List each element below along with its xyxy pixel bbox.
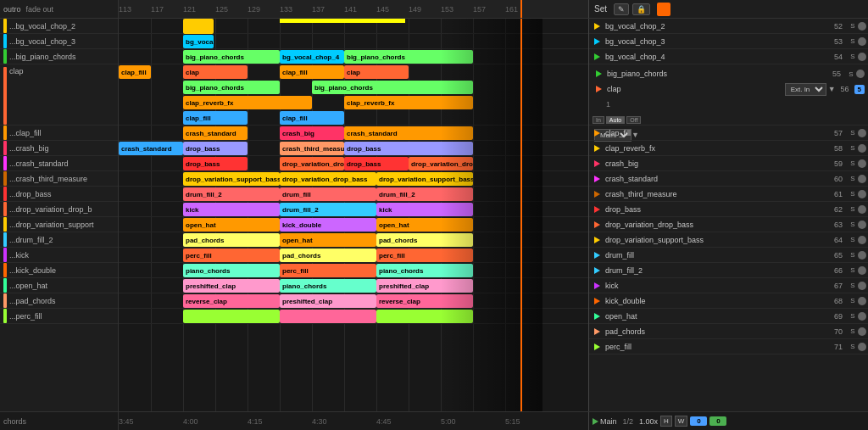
clip-drop-variation-row7-2[interactable]: drop_variation_drop_bass [409, 157, 473, 170]
play-btn-71[interactable] [591, 341, 603, 353]
in-btn[interactable]: In [593, 116, 604, 124]
timeline-area[interactable]: bg_vocal_chop_3 big_piano_chords bg_voca… [119, 19, 588, 411]
clip-big-piano-right[interactable]: big_piano_chords [312, 81, 473, 94]
play-btn-70[interactable] [591, 326, 603, 338]
play-btn-57[interactable] [591, 127, 603, 139]
clip-drop-support-row8-2[interactable]: drop_variation_support_bass [376, 172, 473, 186]
clip-drop-bass-row7-2[interactable]: drop_bass [344, 157, 409, 170]
clip-clap-fill-left[interactable]: clap_fill [119, 65, 151, 79]
clip-preshifted-clap-row16[interactable]: preshifted_clap [280, 294, 376, 308]
session-s-55[interactable]: S [846, 70, 856, 78]
lock-button[interactable]: 🔒 [632, 3, 650, 15]
clip-drop-variation-row7[interactable]: drop_variation_drop_bass [280, 157, 344, 170]
clip-pad-chords-row12[interactable]: pad_chords [183, 233, 280, 247]
clip-clap-reverb-right[interactable]: clap_reverb_fx [344, 96, 473, 109]
clip-open-hat-row12[interactable]: open_hat [280, 233, 376, 247]
clip-perc-row17-2[interactable] [376, 310, 473, 323]
clip-piano-chords-row14[interactable]: piano_chords [183, 264, 280, 277]
play-btn-54[interactable] [591, 51, 603, 63]
session-s-52[interactable]: S [848, 22, 858, 30]
clip-perc-fill-row14[interactable]: perc_fill [280, 264, 376, 277]
play-btn-58[interactable] [591, 142, 603, 154]
clip-clap-fill-mid[interactable]: clap_fill [280, 65, 344, 79]
play-btn-55[interactable] [593, 68, 604, 80]
clip-reverse-clap-row16[interactable]: reverse_clap [183, 294, 280, 308]
clip-big-piano-2[interactable]: big_piano_chords [344, 50, 473, 64]
clip-drum-fill-row9[interactable]: drum_fill_2 [183, 187, 280, 201]
clip-piano-chords-row14-2[interactable]: piano_chords [376, 264, 473, 277]
session-s-59[interactable]: S [848, 159, 858, 167]
clip-drop-bass-row7[interactable]: drop_bass [183, 157, 248, 170]
session-s-68[interactable]: S [848, 297, 858, 304]
clip-drop-support-row8[interactable]: drop_variation_support_bass [183, 172, 280, 186]
session-s-65[interactable]: S [848, 251, 858, 259]
session-s-61[interactable]: S [848, 190, 858, 198]
session-s-57[interactable]: S [848, 129, 858, 137]
play-btn-62[interactable] [591, 204, 603, 215]
clip-crash-standard-label[interactable]: crash_standard [119, 142, 183, 155]
clip-kick-row10-2[interactable]: kick [376, 203, 473, 216]
clip-pad-chords-row13[interactable]: pad_chords [280, 249, 376, 262]
clip-drum-fill2-row10[interactable]: drum_fill_2 [280, 203, 376, 216]
session-s-60[interactable]: S [848, 175, 858, 182]
clip-kick-double-row11[interactable]: kick_double [280, 218, 376, 232]
play-btn-69[interactable] [591, 310, 603, 322]
clip-drop-bass-2[interactable]: drop_bass [344, 142, 473, 155]
clip-preshifted-clap-row15[interactable]: preshifted_clap [183, 279, 280, 293]
play-btn-52[interactable] [591, 20, 603, 32]
clip-preshifted-clap-row15-2[interactable]: preshifted_clap [376, 279, 473, 293]
clip-crash-standard-1[interactable]: crash_standard [183, 126, 248, 140]
clip-drum-fill-row9-2[interactable]: drum_fill [280, 187, 376, 201]
clip-big-piano-mid[interactable]: big_piano_chords [183, 81, 280, 94]
h-button[interactable]: H [660, 416, 672, 427]
play-btn-68[interactable] [591, 295, 603, 307]
clip-bg-vocal-3-1[interactable]: bg_vocal_chop_3 [183, 35, 214, 48]
play-btn-64[interactable] [591, 234, 603, 246]
clip-preshifted-row17[interactable] [280, 310, 376, 323]
clip-open-hat-row11-2[interactable]: open_hat [376, 218, 473, 232]
session-s-67[interactable]: S [848, 282, 858, 289]
clip-clap-fill-bottom-2[interactable]: clap_fill [280, 111, 344, 125]
clip-open-hat-row11[interactable]: open_hat [183, 218, 280, 232]
clip-clap-fill-bottom[interactable]: clap_fill [183, 111, 248, 125]
clip-perc-row17[interactable] [183, 310, 280, 323]
play-btn-65[interactable] [591, 249, 603, 261]
session-s-70[interactable]: S [848, 327, 858, 335]
play-btn-63[interactable] [591, 219, 603, 231]
clip-perc-fill-row13[interactable]: perc_fill [183, 249, 280, 262]
play-btn-66[interactable] [591, 265, 603, 276]
play-btn-clap-session[interactable] [593, 83, 604, 95]
pencil-button[interactable]: ✎ [614, 3, 629, 15]
play-btn-61[interactable] [591, 188, 603, 200]
clip-piano-chords-row15[interactable]: piano_chords [280, 279, 376, 293]
off-btn[interactable]: Off [626, 116, 641, 124]
session-s-66[interactable]: S [848, 266, 858, 274]
play-btn-59[interactable] [591, 158, 603, 170]
session-s-54[interactable]: S [848, 53, 858, 60]
clip-bg-vocal-4[interactable]: bg_vocal_chop_4 [280, 50, 344, 64]
clip-bg-vocal-2-1[interactable] [183, 19, 214, 34]
clip-crash-big-1[interactable]: crash_big [280, 126, 344, 140]
clip-pad-chords-row12-2[interactable]: pad_chords [376, 233, 473, 247]
clip-reverse-clap-row16-2[interactable]: reverse_clap [376, 294, 473, 308]
session-s-64[interactable]: S [848, 236, 858, 243]
clip-perc-fill-row13-2[interactable]: perc_fill [376, 249, 473, 262]
session-s-62[interactable]: S [848, 205, 858, 213]
clip-drop-bass-1[interactable]: drop_bass [183, 142, 248, 155]
play-btn-60[interactable] [591, 173, 603, 185]
session-s-58[interactable]: S [848, 144, 858, 152]
session-s-63[interactable]: S [848, 221, 858, 228]
session-s-53[interactable]: S [848, 37, 858, 45]
w-button[interactable]: W [675, 416, 688, 427]
ext-in-select[interactable]: Ext. In [785, 83, 826, 96]
clip-clap-2[interactable]: clap [344, 65, 409, 79]
clip-kick-row10[interactable]: kick [183, 203, 280, 216]
session-s-71[interactable]: S [848, 343, 858, 350]
clip-clap-1[interactable]: clap [183, 65, 248, 79]
session-s-69[interactable]: S [848, 312, 858, 320]
play-btn-53[interactable] [591, 36, 603, 47]
clip-drop-variation-row8[interactable]: drop_variation_drop_bass [280, 172, 376, 186]
clip-clap-reverb[interactable]: clap_reverb_fx [183, 96, 312, 109]
clip-crash-standard-2[interactable]: crash_standard [344, 126, 473, 140]
clip-drum-fill-row9-3[interactable]: drum_fill_2 [376, 187, 473, 201]
